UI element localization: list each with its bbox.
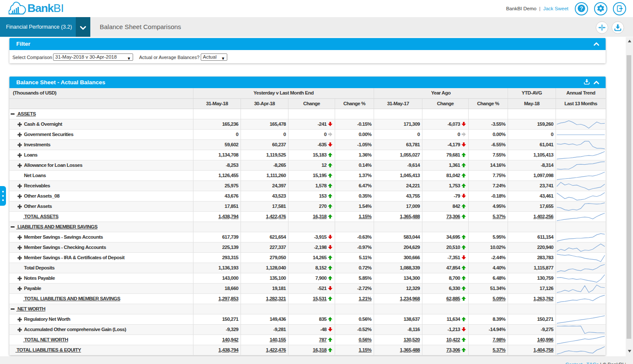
svg-text:?: ? (580, 6, 583, 12)
